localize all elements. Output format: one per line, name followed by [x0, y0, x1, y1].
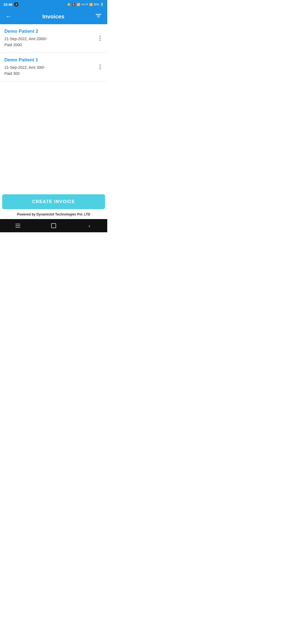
- status-time: 10:46: [3, 2, 12, 7]
- more-options-button-2[interactable]: [97, 62, 103, 72]
- back-button[interactable]: ←: [4, 12, 13, 21]
- wifi-icon: 📶: [76, 3, 80, 6]
- status-icons: 🔔 🔇 📶 VoLTE 📶 80% 🔋: [67, 3, 104, 6]
- dot-icon: [100, 64, 101, 66]
- recent-apps-icon: [15, 224, 20, 228]
- invoice-date-2: 21-Sep-2022, Amt 300/-: [4, 64, 103, 70]
- invoice-date-1: 21-Sep-2022, Amt 2000/-: [4, 36, 103, 42]
- invoice-paid-1: Paid 2000: [4, 42, 103, 48]
- create-invoice-button[interactable]: CREATE INVOICE: [2, 194, 105, 209]
- patient-name-1: Demo Patient 2: [4, 29, 103, 34]
- invoice-item-2[interactable]: Demo Patient 1 21-Sep-2022, Amt 300/- Pa…: [0, 53, 107, 81]
- mute-icon: 🔇: [72, 3, 76, 6]
- nav-recent-apps[interactable]: [11, 219, 24, 232]
- home-icon: [51, 223, 56, 228]
- status-time-area: 10:46 4: [3, 2, 18, 7]
- dot-icon: [100, 38, 101, 39]
- notification-badge: 4: [14, 2, 18, 7]
- filter-icon: [95, 13, 102, 19]
- battery-icon: 80%: [94, 3, 99, 6]
- signal-icon: 📶: [89, 3, 93, 6]
- dot-icon: [100, 68, 101, 69]
- lte-icon: VoLTE: [81, 3, 88, 6]
- status-bar: 10:46 4 🔔 🔇 📶 VoLTE 📶 80% 🔋: [0, 0, 107, 9]
- back-nav-icon: ‹: [89, 223, 90, 229]
- nav-home[interactable]: [47, 219, 60, 232]
- nav-bar: ‹: [0, 219, 107, 232]
- filter-button[interactable]: [94, 12, 103, 21]
- powered-by-text: Powered by Dynamicbit Technologies Pvt. …: [0, 210, 107, 219]
- invoice-list: Demo Patient 2 21-Sep-2022, Amt 2000/- P…: [0, 24, 107, 192]
- dot-icon: [100, 40, 101, 41]
- invoice-paid-2: Paid 300: [4, 70, 103, 77]
- more-options-button-1[interactable]: [97, 34, 103, 43]
- invoice-item-1[interactable]: Demo Patient 2 21-Sep-2022, Amt 2000/- P…: [0, 24, 107, 53]
- nav-back[interactable]: ‹: [83, 219, 96, 232]
- patient-name-2: Demo Patient 1: [4, 57, 103, 63]
- battery-indicator: 🔋: [100, 3, 104, 6]
- bottom-area: CREATE INVOICE Powered by Dynamicbit Tec…: [0, 192, 107, 219]
- alarm-icon: 🔔: [67, 3, 71, 6]
- app-bar: ← Invoices: [0, 9, 107, 24]
- app-bar-title: Invoices: [42, 13, 64, 20]
- dot-icon: [100, 66, 101, 67]
- dot-icon: [100, 36, 101, 37]
